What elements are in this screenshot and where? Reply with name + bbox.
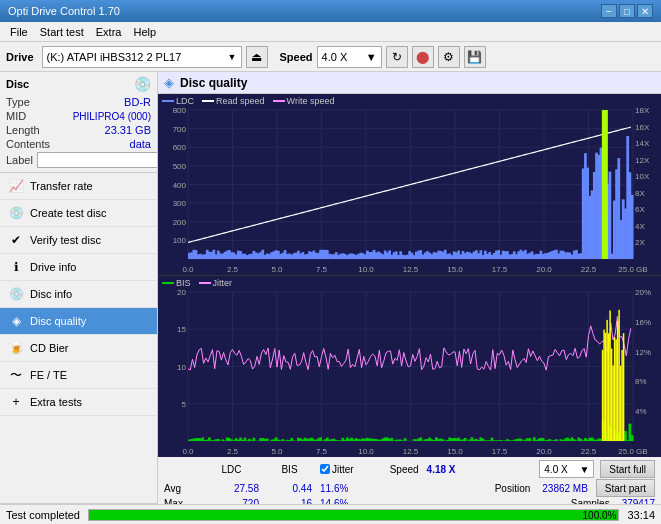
drive-selector[interactable]: (K:) ATAPI iHBS312 2 PL17 ▼ [42,46,242,68]
content-area: ◈ Disc quality LDC Rea [158,72,661,524]
mid-label: MID [6,110,26,122]
contents-value: data [130,138,151,150]
jitter-checkbox-row: Jitter [320,464,354,475]
disc-section-title: Disc [6,78,29,90]
stats-avg-row: Avg 27.58 0.44 11.6% Position 23862 MB S… [164,479,655,497]
menu-extra[interactable]: Extra [90,25,128,39]
nav-transfer-rate[interactable]: 📈 Transfer rate [0,173,157,200]
disc-button[interactable]: ⬤ [412,46,434,68]
disc-panel: Disc 💿 Type BD-R MID PHILIPRO4 (000) Len… [0,72,157,173]
speed-combo-small[interactable]: 4.0 X ▼ [539,460,594,478]
nav-disc-info[interactable]: 💿 Disc info [0,281,157,308]
write-legend-item: Write speed [273,96,335,106]
bis-legend-color [162,282,174,284]
ldc-legend-color [162,100,174,102]
start-full-button[interactable]: Start full [600,460,655,478]
speed-col-header: Speed [390,464,419,475]
bottom-chart: BIS Jitter [158,276,661,457]
label-input[interactable] [37,152,158,168]
drive-dropdown-arrow: ▼ [228,52,237,62]
menu-start-test[interactable]: Start test [34,25,90,39]
progress-bar-fill [89,510,618,520]
position-val: 23862 MB [542,483,588,494]
disc-icon: 💿 [134,76,151,92]
start-part-button[interactable]: Start part [596,479,655,497]
top-chart: LDC Read speed Write speed [158,94,661,276]
read-legend-item: Read speed [202,96,265,106]
main-layout: Disc 💿 Type BD-R MID PHILIPRO4 (000) Len… [0,72,661,524]
extra-tests-icon: + [8,394,24,410]
time-label: 33:14 [627,509,655,521]
drive-label: Drive [6,51,34,63]
disc-quality-header: ◈ Disc quality [158,72,661,94]
save-button[interactable]: 💾 [464,46,486,68]
window-controls: − □ ✕ [601,4,653,18]
nav-extra-tests-label: Extra tests [30,396,82,408]
stats-header-row: LDC BIS Jitter Speed 4.18 X 4.0 X ▼ [164,460,655,478]
transfer-rate-icon: 📈 [8,178,24,194]
avg-jitter: 11.6% [320,483,375,494]
settings-button[interactable]: ⚙ [438,46,460,68]
nav-disc-quality[interactable]: ◈ Disc quality [0,308,157,335]
minimize-button[interactable]: − [601,4,617,18]
start-part-container: Start part [596,479,655,497]
label-label: Label [6,154,33,166]
nav-cd-bier-label: CD Bier [30,342,69,354]
ldc-read-chart [158,94,661,275]
refresh-button[interactable]: ↻ [386,46,408,68]
nav-cd-bier[interactable]: 🍺 CD Bier [0,335,157,362]
cd-bier-icon: 🍺 [8,340,24,356]
speed-col-val: 4.18 X [427,464,456,475]
avg-label: Avg [164,483,196,494]
app-window: Opti Drive Control 1.70 − □ ✕ File Start… [0,0,661,524]
ldc-col-header: LDC [204,464,259,475]
nav-extra-tests[interactable]: + Extra tests [0,389,157,416]
nav-create-test-disc-label: Create test disc [30,207,106,219]
ldc-legend-item: LDC [162,96,194,106]
write-legend-color [273,100,285,102]
mid-value: PHILIPRO4 (000) [73,111,151,122]
contents-label: Contents [6,138,50,150]
jitter-checkbox[interactable] [320,464,330,474]
eject-button[interactable]: ⏏ [246,46,268,68]
bis-legend-item: BIS [162,278,191,288]
nav-drive-info[interactable]: ℹ Drive info [0,254,157,281]
speed-label: Speed [280,51,313,63]
sidebar-nav: 📈 Transfer rate 💿 Create test disc ✔ Ver… [0,173,157,503]
verify-test-disc-icon: ✔ [8,232,24,248]
nav-disc-info-label: Disc info [30,288,72,300]
avg-bis: 0.44 [267,483,312,494]
ldc-legend-label: LDC [176,96,194,106]
progress-bar-container: 100.0% [88,509,619,521]
title-bar: Opti Drive Control 1.70 − □ ✕ [0,0,661,22]
chart-container: LDC Read speed Write speed [158,94,661,456]
top-legend: LDC Read speed Write speed [162,96,334,106]
nav-create-test-disc[interactable]: 💿 Create test disc [0,200,157,227]
bottom-legend: BIS Jitter [162,278,232,288]
length-value: 23.31 GB [105,124,151,136]
speed-small-val: 4.0 X [544,464,579,475]
avg-ldc: 27.58 [204,483,259,494]
nav-verify-test-disc[interactable]: ✔ Verify test disc [0,227,157,254]
menu-help[interactable]: Help [127,25,162,39]
jitter-legend-color [199,282,211,284]
drive-value: (K:) ATAPI iHBS312 2 PL17 [47,51,224,63]
nav-fe-te-label: FE / TE [30,369,67,381]
progress-label: 100.0% [583,510,617,522]
speed-selector[interactable]: 4.0 X ▼ [317,46,382,68]
close-button[interactable]: ✕ [637,4,653,18]
drive-info-icon: ℹ [8,259,24,275]
disc-info-icon: 💿 [8,286,24,302]
bis-legend-label: BIS [176,278,191,288]
menu-file[interactable]: File [4,25,34,39]
nav-drive-info-label: Drive info [30,261,76,273]
write-legend-label: Write speed [287,96,335,106]
menu-bar: File Start test Extra Help [0,22,661,42]
maximize-button[interactable]: □ [619,4,635,18]
fe-te-icon: 〜 [8,367,24,383]
speed-small-arrow: ▼ [579,464,589,475]
speed-value: 4.0 X [322,51,366,63]
nav-fe-te[interactable]: 〜 FE / TE [0,362,157,389]
jitter-legend-label: Jitter [213,278,233,288]
sidebar: Disc 💿 Type BD-R MID PHILIPRO4 (000) Len… [0,72,158,524]
